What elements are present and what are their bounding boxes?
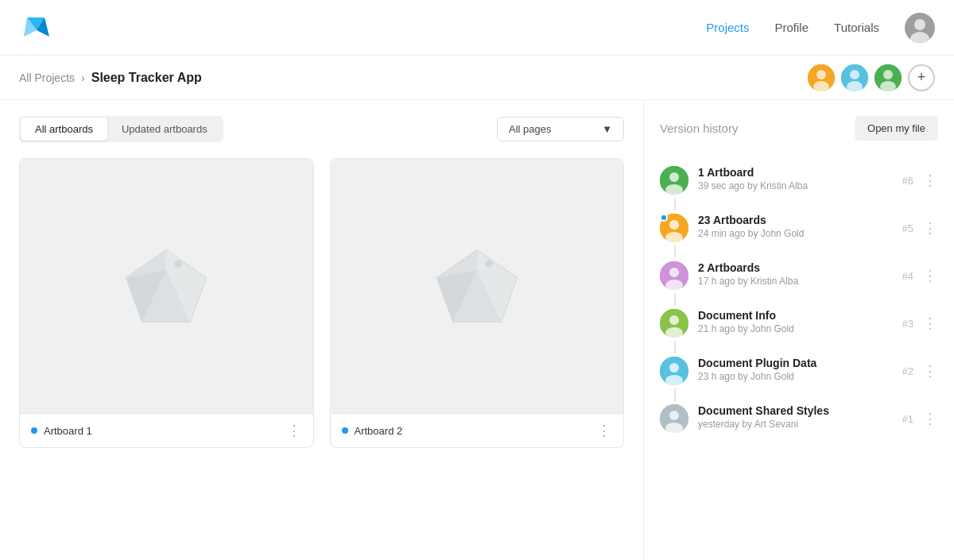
version-more-button-2[interactable]: ⋮ [923,362,938,380]
artboard-card-2: Artboard 2 ⋮ [330,158,625,448]
svg-point-4 [914,19,925,30]
version-name-5: 23 Artboards [698,214,893,226]
version-item-1: Document Shared Styles yesterday by Art … [660,395,938,442]
artboard-status-dot-2 [342,427,348,434]
main-layout: All artboards Updated artboards All page… [0,100,954,560]
main-nav: Projects Profile Tutorials [706,13,935,43]
artboard-status-dot-1 [31,427,37,434]
svg-point-33 [669,220,679,230]
tab-updated-artboards[interactable]: Updated artboards [107,118,222,141]
artboard-name-1: Artboard 1 [31,425,92,437]
version-more-button-3[interactable]: ⋮ [923,315,938,332]
breadcrumb-parent[interactable]: All Projects [19,71,75,84]
version-more-button-1[interactable]: ⋮ [923,410,938,427]
version-avatar-5 [660,214,688,242]
artboard-footer-2: Artboard 2 ⋮ [331,413,624,447]
artboard-more-button-2[interactable]: ⋮ [597,422,612,439]
version-history-title: Version history [660,122,738,135]
artboard-thumbnail-1[interactable] [20,159,313,413]
version-meta-6: 39 sec ago by Kristin Alba [698,180,893,191]
chevron-icon: › [81,71,85,84]
version-info-6: 1 Artboard 39 sec ago by Kristin Alba [698,166,893,191]
collaborator-avatar-2 [841,64,868,91]
svg-point-36 [669,268,679,277]
svg-point-39 [669,315,679,325]
version-name-4: 2 Artboards [698,261,893,274]
pages-label: All pages [509,123,551,135]
breadcrumb-bar: All Projects › Sleep Tracker App + [0,56,954,100]
nav-profile[interactable]: Profile [775,21,809,34]
version-num-6: #6 [902,175,913,187]
nav-projects[interactable]: Projects [706,21,749,34]
version-avatar-1 [660,404,688,433]
version-avatar-3 [660,309,688,338]
pages-dropdown[interactable]: All pages ▼ [497,117,624,141]
artboard-thumbnail-2[interactable] [331,159,624,413]
version-avatar-4 [660,261,688,290]
svg-point-30 [669,172,679,182]
artboard-more-button-1[interactable]: ⋮ [287,422,302,439]
open-file-button[interactable]: Open my file [855,116,938,141]
collaborator-avatar-3 [874,64,902,91]
svg-point-13 [883,70,893,79]
version-item-6: 1 Artboard 39 sec ago by Kristin Alba #6… [660,156,938,204]
logo [19,11,52,44]
version-info-2: Document Plugin Data 23 h ago by John Go… [698,357,893,382]
version-num-3: #3 [902,318,913,330]
header: Projects Profile Tutorials [0,0,954,56]
version-info-5: 23 Artboards 24 min ago by John Gold [698,214,893,239]
left-panel: All artboards Updated artboards All page… [0,100,644,560]
version-num-4: #4 [902,270,913,282]
online-indicator-5 [660,214,668,222]
breadcrumb-current: Sleep Tracker App [91,71,202,85]
version-info-4: 2 Artboards 17 h ago by Kristin Alba [698,261,893,287]
version-item-4: 2 Artboards 17 h ago by Kristin Alba #4 … [660,252,938,299]
chevron-down-icon: ▼ [602,123,612,135]
version-item-5: 23 Artboards 24 min ago by John Gold #5 … [660,204,938,252]
collaborator-avatar-1 [808,64,835,91]
version-item-3: Document Info 21 h ago by John Gold #3 ⋮ [660,299,938,347]
tabs-row: All artboards Updated artboards All page… [19,116,624,142]
nav-tutorials[interactable]: Tutorials [834,21,879,34]
version-info-1: Document Shared Styles yesterday by Art … [698,404,893,430]
add-collaborator-button[interactable]: + [908,64,935,91]
version-list: 1 Artboard 39 sec ago by Kristin Alba #6… [660,156,938,442]
artboard-tabs: All artboards Updated artboards [19,116,223,142]
version-meta-4: 17 h ago by Kristin Alba [698,276,893,287]
version-name-6: 1 Artboard [698,166,893,179]
svg-point-7 [816,70,826,79]
version-header: Version history Open my file [660,116,938,141]
version-name-3: Document Info [698,309,893,322]
version-avatar-2 [660,357,688,385]
version-item-2: Document Plugin Data 23 h ago by John Go… [660,347,938,395]
user-avatar[interactable] [905,13,935,43]
svg-point-10 [850,70,859,79]
version-num-1: #1 [902,413,913,425]
breadcrumb: All Projects › Sleep Tracker App [19,71,202,85]
version-info-3: Document Info 21 h ago by John Gold [698,309,893,334]
tab-all-artboards[interactable]: All artboards [21,118,107,141]
version-avatar-6 [660,166,688,195]
svg-point-28 [485,260,493,268]
svg-point-21 [174,260,182,268]
version-more-button-6[interactable]: ⋮ [923,172,938,189]
version-more-button-4[interactable]: ⋮ [923,267,938,284]
version-more-button-5[interactable]: ⋮ [923,219,938,237]
version-name-2: Document Plugin Data [698,357,893,369]
version-num-2: #2 [902,365,913,377]
version-meta-3: 21 h ago by John Gold [698,323,893,334]
version-num-5: #5 [902,222,913,234]
artboard-card-1: Artboard 1 ⋮ [19,158,314,448]
version-name-1: Document Shared Styles [698,404,893,417]
version-meta-1: yesterday by Art Sevani [698,419,893,430]
svg-point-45 [669,411,679,420]
version-meta-5: 24 min ago by John Gold [698,228,893,239]
artboard-name-2: Artboard 2 [342,425,403,437]
collaborators: + [808,64,935,91]
svg-point-42 [669,363,679,373]
artboards-grid: Artboard 1 ⋮ [19,158,624,448]
right-panel: Version history Open my file 1 Artboard … [644,100,954,560]
artboard-footer-1: Artboard 1 ⋮ [20,413,313,447]
version-meta-2: 23 h ago by John Gold [698,371,893,382]
